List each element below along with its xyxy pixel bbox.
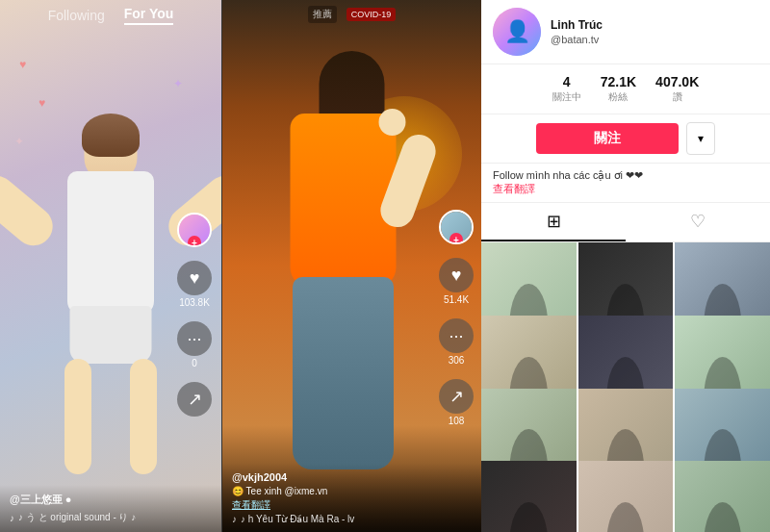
covid-badge: COVID-19 — [346, 8, 397, 21]
middle-video-panel: 推薦 COVID-19 + ♥ 51.4K ··· 306 ↗ 108 @vkj… — [221, 0, 481, 532]
right-profile-panel: 👤 Linh Trúc @batan.tv 4 關注中 72.1K 粉絲 407… — [481, 0, 770, 532]
middle-comment-icon: ··· — [439, 318, 474, 353]
middle-avatar-follow[interactable]: + — [439, 210, 474, 244]
music-note-icon: ♪ — [10, 513, 14, 523]
followers-count: 72.1K — [601, 74, 636, 89]
profile-avatar: 👤 — [493, 8, 541, 56]
dropdown-button[interactable]: ▾ — [686, 122, 715, 155]
share-button[interactable]: ↗ — [177, 382, 212, 417]
middle-music-icon: ♪ — [232, 514, 237, 524]
deco-star-2: ✦ — [14, 135, 24, 148]
recommendation-tag: 推薦 — [308, 6, 337, 23]
middle-comment-count: 306 — [449, 355, 465, 366]
profile-stats: 4 關注中 72.1K 粉絲 407.0K 讚 — [481, 64, 770, 114]
middle-sound-text: ♪ h Yêu Từ Đầu Mà Ra - lv — [241, 514, 354, 524]
likes-count: 407.0K — [655, 74, 699, 89]
middle-translate-link[interactable]: 查看翻譯 — [232, 498, 270, 512]
bio-text: Follow mình nha các cậu ơi ❤❤ — [493, 169, 643, 181]
followers-label: 粉絲 — [608, 90, 628, 104]
profile-header: 👤 Linh Trúc @batan.tv — [481, 0, 770, 64]
middle-follow-plus: + — [449, 233, 463, 244]
profile-bio: Follow mình nha các cậu ơi ❤❤ 查看翻譯 — [481, 164, 770, 203]
video-thumb[interactable]: 4.9K — [675, 461, 770, 532]
left-video-info: @三上悠亜 ● ♪ ♪ う と original sound - り ♪ — [0, 485, 221, 532]
middle-like-button[interactable]: ♥ 51.4K — [439, 258, 474, 305]
stat-following[interactable]: 4 關注中 — [552, 74, 581, 104]
middle-action-icons: + ♥ 51.4K ··· 306 ↗ 108 — [439, 210, 474, 426]
creator-avatar: + — [177, 213, 212, 247]
follow-button[interactable]: 關注 — [536, 123, 679, 154]
middle-sound-info[interactable]: ♪ ♪ h Yêu Từ Đầu Mà Ra - lv — [232, 514, 472, 524]
following-label: 關注中 — [552, 90, 581, 104]
deco-star: ✦ — [173, 77, 183, 90]
comment-count: 0 — [192, 358, 197, 368]
profile-content-tabs: ⊞ ♡ — [481, 203, 770, 242]
middle-desc2[interactable]: 查看翻譯 — [232, 498, 472, 512]
video-thumb[interactable]: 2.1K — [578, 461, 674, 532]
profile-handle: @batan.tv — [551, 34, 603, 45]
following-count: 4 — [563, 74, 571, 89]
video-thumb[interactable]: 7.3K — [481, 461, 577, 532]
middle-creator-avatar: + — [439, 210, 474, 244]
middle-creator-name: @vkjh2004 — [232, 471, 472, 483]
heart-tab-icon: ♡ — [690, 211, 706, 232]
like-count: 103.8K — [179, 297, 210, 308]
tab-grid[interactable]: ⊞ — [481, 203, 626, 241]
left-dancer-figure — [43, 123, 178, 479]
follow-plus: + — [188, 236, 201, 247]
deco-heart-1: ♥ — [19, 58, 26, 71]
for-you-tab[interactable]: For You — [124, 6, 174, 25]
left-top-nav: Following For You — [0, 0, 221, 31]
stat-likes[interactable]: 407.0K 讚 — [655, 74, 699, 104]
grid-icon: ⊞ — [547, 211, 561, 232]
left-sound-info[interactable]: ♪ ♪ う と original sound - り ♪ — [10, 511, 212, 524]
middle-comment-button[interactable]: ··· 306 — [439, 318, 474, 366]
middle-top-tags: 推薦 COVID-19 — [222, 0, 481, 29]
tab-liked[interactable]: ♡ — [626, 203, 770, 241]
middle-video-info: @vkjh2004 😊 Tee xinh @ixme.vn 查看翻譯 ♪ ♪ h… — [222, 464, 481, 532]
middle-share-icon: ↗ — [439, 379, 474, 414]
bio-translate-link[interactable]: 查看翻譯 — [493, 183, 535, 194]
middle-person-figure — [251, 56, 434, 479]
comment-icon: ··· — [177, 321, 212, 356]
share-icon: ↗ — [177, 382, 212, 417]
following-tab[interactable]: Following — [48, 8, 105, 23]
profile-actions: 關注 ▾ — [481, 114, 770, 164]
heart-icon: ♥ — [177, 261, 212, 295]
chevron-down-icon: ▾ — [698, 132, 704, 145]
like-button[interactable]: ♥ 103.8K — [177, 261, 212, 308]
left-video-panel: ♥ ♥ ✦ ✦ Following For You + ♥ — [0, 0, 221, 532]
stat-followers[interactable]: 72.1K 粉絲 — [601, 74, 636, 104]
middle-desc1: 😊 Tee xinh @ixme.vn — [232, 486, 472, 496]
middle-heart-icon: ♥ — [439, 258, 474, 292]
left-sound-text: ♪ う と original sound - り ♪ — [18, 511, 136, 524]
middle-share-count: 108 — [449, 416, 465, 426]
profile-display-name: Linh Trúc — [551, 18, 603, 32]
comment-button[interactable]: ··· 0 — [177, 321, 212, 368]
avatar-follow[interactable]: + — [177, 213, 212, 247]
middle-desc-text: 😊 Tee xinh @ixme.vn — [232, 486, 327, 496]
middle-like-count: 51.4K — [444, 294, 469, 305]
left-creator-name: @三上悠亜 ● — [10, 493, 212, 507]
left-action-icons: + ♥ 103.8K ··· 0 ↗ — [177, 213, 212, 417]
middle-share-button[interactable]: ↗ 108 — [439, 379, 474, 426]
profile-name-section: Linh Trúc @batan.tv — [551, 18, 603, 45]
deco-heart-2: ♥ — [38, 96, 45, 110]
likes-label: 讚 — [673, 90, 682, 104]
video-grid: 9.7K2.7K1.5K4.4K8.5K10K6.8K3.2K5.1K7.3K2… — [481, 242, 770, 532]
